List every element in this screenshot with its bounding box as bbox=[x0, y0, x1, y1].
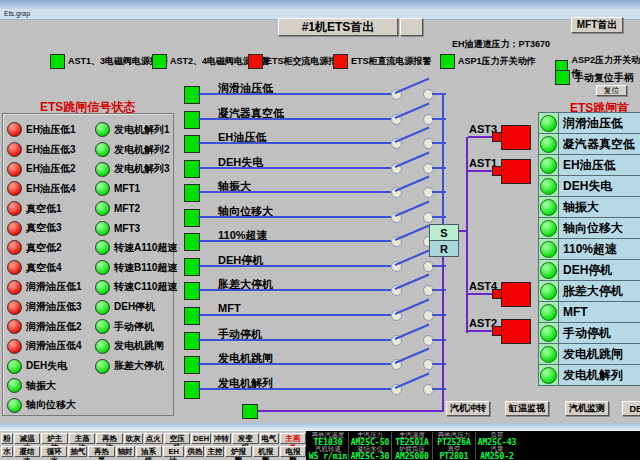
toolbar-button[interactable]: 再热器 bbox=[88, 446, 114, 457]
first-out-label: EH油压低 bbox=[559, 154, 640, 176]
toolbar-button[interactable]: 机报警 bbox=[253, 446, 279, 457]
cylinder-temp-monitor-button[interactable]: 缸温监视 bbox=[505, 401, 549, 416]
lamp-cell bbox=[538, 322, 559, 344]
signal-square bbox=[184, 307, 200, 325]
signal-status-item: 真空低2 bbox=[7, 238, 82, 258]
toolbar-button-main-menu[interactable]: 主画单 bbox=[280, 433, 306, 444]
signal-square bbox=[184, 209, 200, 227]
toolbar-button[interactable]: 减温水 bbox=[14, 433, 40, 444]
signal-square bbox=[184, 86, 200, 104]
first-out-label: 发电机解列 bbox=[559, 364, 640, 386]
trip-logic-row: 胀差大停机 bbox=[182, 278, 450, 302]
toolbar-button[interactable]: 发变组 bbox=[232, 433, 258, 444]
toolbar-button[interactable]: 抽气 bbox=[68, 446, 87, 457]
toolbar-button[interactable]: 主蒸汽 bbox=[69, 433, 95, 444]
wire bbox=[198, 363, 391, 365]
toolbar-button[interactable]: 电气 bbox=[260, 433, 279, 444]
lamp-cell bbox=[538, 112, 559, 134]
signal-status-item: 发电机解列2 bbox=[95, 140, 177, 160]
first-out-row: DEH停机 bbox=[538, 259, 640, 281]
telemetry-value: AM250-2 bbox=[476, 453, 518, 460]
toolbar-button[interactable]: EH油 bbox=[163, 446, 185, 457]
legend-lamp bbox=[440, 54, 455, 69]
ets-first-out-button[interactable]: #1机ETS首出 bbox=[278, 18, 398, 36]
legend-lamp bbox=[152, 54, 167, 69]
reset-button[interactable]: 复位 bbox=[596, 85, 627, 96]
toolbar-button[interactable]: 凝结水 bbox=[14, 446, 40, 457]
signal-square bbox=[184, 111, 200, 129]
toolbar-button[interactable]: 炉主控 bbox=[41, 433, 67, 444]
first-out-label: 发电机跳闸 bbox=[559, 343, 640, 365]
toolbar-button[interactable]: 空压机 bbox=[164, 433, 190, 444]
sr-latch-set-cell: S bbox=[430, 225, 458, 241]
valve-stub-wire bbox=[468, 330, 493, 332]
turbine-monitor-button[interactable]: 汽机监测 bbox=[565, 401, 609, 416]
turbine-roll-button[interactable]: 汽机冲转 bbox=[446, 401, 490, 416]
toolbar-button[interactable]: 轴封 bbox=[116, 446, 135, 457]
toolbar-button[interactable]: 循环水 bbox=[41, 446, 67, 457]
toolbar-button[interactable]: 主控 bbox=[205, 446, 224, 457]
toolbar-button[interactable]: 油系统 bbox=[136, 446, 162, 457]
toolbar-button[interactable]: 电报警 bbox=[280, 446, 306, 457]
eh-channel-pressure-label: EH油通道压力：PT3670 bbox=[452, 38, 550, 51]
wire bbox=[198, 191, 391, 193]
telemetry-panel: 再热汽温度TE1030 主汽压力AM25C-50 主汽温度TE2501A 再热汽… bbox=[306, 431, 640, 460]
lamp-cell bbox=[538, 175, 559, 197]
ets-first-out-side-button[interactable] bbox=[400, 18, 423, 36]
signal-status-item: 真空低4 bbox=[7, 258, 82, 278]
valve-stub-wire bbox=[468, 293, 493, 295]
manual-reset-label: 手动复位手柄 bbox=[574, 71, 634, 85]
status-label: 转速A110超速 bbox=[114, 241, 177, 255]
signal-status-item: 发电机解列1 bbox=[95, 120, 177, 140]
toolbar-button[interactable]: 点火 bbox=[144, 433, 163, 444]
toolbar-button[interactable]: 再热汽 bbox=[96, 433, 122, 444]
toolbar-button[interactable]: 水 bbox=[1, 446, 13, 457]
first-out-label: 润滑油压低 bbox=[559, 112, 640, 134]
first-out-row: 凝汽器真空低 bbox=[538, 133, 640, 155]
signal-status-item: 真空低1 bbox=[7, 199, 82, 219]
signal-status-item: DEH停机 bbox=[95, 297, 177, 317]
mft-first-out-button[interactable]: MFT首出 bbox=[571, 17, 623, 33]
telemetry-cell: 负荷AM25C-43 bbox=[476, 432, 518, 447]
signal-status-item: 发电机解列3 bbox=[95, 159, 177, 179]
valve-bus-wire bbox=[466, 137, 468, 333]
status-lamp bbox=[95, 339, 110, 354]
signal-status-item: MFT2 bbox=[95, 199, 177, 219]
signal-square bbox=[184, 282, 200, 300]
status-lamp bbox=[95, 359, 110, 374]
deh-button[interactable]: DEH bbox=[622, 401, 640, 416]
toolbar-button[interactable]: DEH bbox=[191, 433, 211, 444]
trip-signal-status-panel: EH油压低1 EH油压低3 EH油压低2 EH油压低4 真空低1 真空低3 真空… bbox=[2, 113, 174, 416]
first-out-lamp bbox=[540, 220, 557, 237]
first-out-label: 手动停机 bbox=[559, 322, 640, 344]
status-label: EH油压低1 bbox=[26, 123, 75, 137]
signal-square bbox=[184, 332, 200, 350]
signal-status-item: MFT3 bbox=[95, 218, 177, 238]
status-lamp bbox=[95, 240, 110, 255]
first-out-row: 轴向位移大 bbox=[538, 217, 640, 239]
wire bbox=[198, 118, 391, 120]
first-out-lamp bbox=[540, 115, 557, 132]
first-out-row: 手动停机 bbox=[538, 322, 640, 344]
lamp-cell bbox=[538, 238, 559, 260]
toolbar-button[interactable]: 供热 bbox=[185, 446, 204, 457]
toolbar-button[interactable]: 冲转 bbox=[212, 433, 231, 444]
trip-first-out-table: 润滑油压低 凝汽器真空低 EH油压低 DEH失电 轴振大 轴向位移大 110%超… bbox=[538, 113, 640, 386]
first-out-lamp bbox=[540, 367, 557, 384]
toolbar-button[interactable]: 炉报警 bbox=[225, 446, 251, 457]
valve-box-ast4 bbox=[501, 282, 531, 307]
telemetry-cell: 凝结水位AM25C-30 bbox=[349, 446, 392, 460]
signal-status-item: EH油压低2 bbox=[7, 159, 82, 179]
status-lamp bbox=[7, 260, 22, 275]
trip-logic-row: EH油压低 bbox=[182, 131, 450, 155]
telemetry-cell: 汽机转速WS r/min bbox=[308, 446, 349, 460]
toolbar-button[interactable]: 粉 bbox=[1, 433, 13, 444]
first-out-label: DEH失电 bbox=[559, 175, 640, 197]
first-out-lamp bbox=[540, 283, 557, 300]
telemetry-cell: 真空PT2801 bbox=[433, 446, 476, 460]
status-label: EH油压低3 bbox=[26, 143, 75, 157]
status-label: 润滑油压低2 bbox=[26, 320, 82, 334]
first-out-lamp bbox=[540, 325, 557, 342]
toolbar-button[interactable]: 吹灰 bbox=[124, 433, 143, 444]
valve-box-ast2 bbox=[501, 319, 531, 344]
